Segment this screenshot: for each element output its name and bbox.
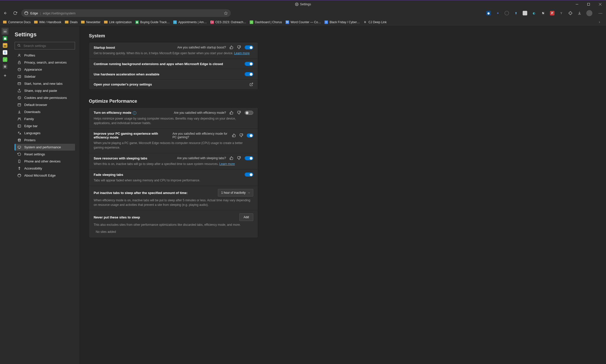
row-description: Tabs will appear faded when saving memor… [94,178,253,183]
sidebar-item-about-microsoft-edge[interactable]: About Microsoft Edge [15,172,75,179]
minimize-button[interactable] [571,0,583,8]
cookie-icon [17,96,21,100]
svg-rect-2 [588,3,590,5]
sleep-timer-select[interactable]: 1 hour of inactivity [218,189,253,197]
svg-point-24 [19,98,20,98]
row-title: Turn on efficiency modei [94,111,136,115]
sidebar-item-sidebar[interactable]: Sidebar [15,73,75,80]
toggle-efficiency-mode[interactable] [245,111,253,115]
sidebar-item-family[interactable]: Family [15,116,75,122]
sidebar-item-share-copy-and-paste[interactable]: Share, copy and paste [15,87,75,94]
row-description: When you're playing a PC game, Microsoft… [94,141,253,150]
thumbs-down-icon[interactable] [237,156,241,160]
favorite-icon[interactable] [224,11,228,15]
bookmark-item[interactable]: WWord Counter — Co… [286,20,321,24]
extension-icon[interactable]: ◐ [532,11,536,15]
svg-line-11 [19,46,20,47]
sidebar-item-label: Languages [24,131,40,135]
reset-icon [17,152,21,156]
sidebar-item-reset-settings[interactable]: Reset settings [15,151,75,158]
sidebar-item-edge-bar[interactable]: Edge bar [15,123,75,129]
sidebar-item-accessibility[interactable]: Accessibility [15,165,75,172]
bookmark-item[interactable]: ‹Dashboard | Chorus [250,20,282,24]
bookmark-label: CJ Deep Link [368,20,387,24]
extension-icon[interactable] [523,11,527,15]
svg-point-6 [24,11,28,15]
toggle-sleeping-tabs[interactable] [245,156,253,160]
vertical-tab[interactable]: ▬ [2,42,9,49]
sidebar-item-system-and-performance[interactable]: System and performance [15,144,75,151]
thumbs-up-icon[interactable] [230,111,234,115]
add-site-button[interactable]: Add [239,213,253,221]
extension-icon[interactable]: Y [559,11,564,15]
bookmark-item[interactable]: Wiki / Handbook [34,20,61,24]
site-identity: Edge [30,11,38,15]
sidebar-item-start-home-and-new-tabs[interactable]: Start, home, and new tabs [15,80,75,87]
info-icon[interactable]: i [133,111,136,115]
extensions-menu-icon[interactable] [568,11,573,15]
vertical-tab[interactable]: G [2,49,9,56]
back-button[interactable] [2,10,9,17]
vertical-tab[interactable]: ‹ [2,56,9,63]
bookmark-item[interactable]: ▦Buying Guide Track… [135,20,170,24]
search-input[interactable] [15,42,75,49]
thumbs-down-icon[interactable] [239,133,243,137]
site-icon: • [173,20,177,24]
sidebar-item-default-browser[interactable]: Default browser [15,101,75,108]
row-fade-sleeping: Fade sleeping tabs Tabs will appear fade… [89,170,258,186]
bookmark-label: Commerce Docs [8,20,31,24]
extension-icon[interactable]: N [541,11,545,15]
bookmark-item[interactable]: ≡Black Friday / Cyber… [324,20,360,24]
address-bar[interactable]: Edge | edge://settings/system [21,9,231,17]
extension-icon[interactable]: ✦ [495,11,500,15]
bookmark-item[interactable]: Commerce Docs [3,20,31,24]
edgebar-icon [17,124,21,128]
learn-more-link[interactable]: Learn more [234,51,249,55]
downloads-icon[interactable] [577,11,582,15]
thumbs-down-icon[interactable] [237,45,241,49]
bookmarks-overflow[interactable] [596,19,603,26]
site-icon: ‹ [250,20,253,24]
extension-icon[interactable]: ⬆ [514,11,518,15]
sidebar-item-languages[interactable]: Languages [15,130,75,136]
vertical-tab[interactable]: ▦ [2,35,9,42]
toggle-gaming-efficiency[interactable] [247,133,253,137]
sidebar-item-phone-and-other-devices[interactable]: Phone and other devices [15,158,75,165]
learn-more-link[interactable]: Learn more [219,162,235,166]
new-tab-button[interactable]: + [4,73,7,78]
bookmark-item[interactable]: Link optimization [104,20,132,24]
profile-avatar[interactable] [586,10,592,16]
sidebar-item-privacy-search-and-services[interactable]: Privacy, search, and services [15,59,75,66]
sidebar-item-cookies-and-site-permissions[interactable]: Cookies and site permissions [15,94,75,101]
thumbs-up-icon[interactable] [232,133,236,137]
row-proxy-settings[interactable]: Open your computer's proxy settings [89,79,258,89]
sidebar-item-appearance[interactable]: Appearance [15,66,75,73]
vertical-tab[interactable]: ⚙ [2,63,9,70]
toggle-background-apps[interactable] [245,62,253,66]
bookmark-item[interactable]: CeCES 2023: Outreach… [210,20,246,24]
maximize-button[interactable] [583,0,594,8]
thumbs-up-icon[interactable] [230,156,234,160]
vertical-tab[interactable]: ▭ [2,28,9,35]
menu-button[interactable]: ⋯ [597,10,604,17]
extension-icon[interactable] [504,11,509,15]
bookmark-item[interactable]: •Appointments | Am… [173,20,207,24]
extension-icon[interactable]: P [550,11,554,15]
close-button[interactable] [594,0,606,8]
sidebar-item-profiles[interactable]: Profiles [15,52,75,59]
thumbs-down-icon[interactable] [237,111,241,115]
sidebar-item-downloads[interactable]: Downloads [15,108,75,115]
bookmark-item[interactable]: 🗎CJ Deep Link [363,20,387,24]
toggle-hardware-accel[interactable] [245,72,253,76]
bookmark-item[interactable]: Deals [65,20,78,24]
toggle-startup-boost[interactable] [245,45,253,49]
refresh-button[interactable] [12,10,19,17]
bookmark-label: Link optimization [109,20,132,24]
svg-point-22 [18,96,20,99]
panel-icon [17,75,21,78]
extension-icon[interactable]: ◉ [486,11,491,15]
sidebar-item-printers[interactable]: Printers [15,137,75,144]
toggle-fade-sleeping[interactable] [245,173,253,177]
bookmark-item[interactable]: Newsletter [81,20,100,24]
thumbs-up-icon[interactable] [230,45,234,49]
